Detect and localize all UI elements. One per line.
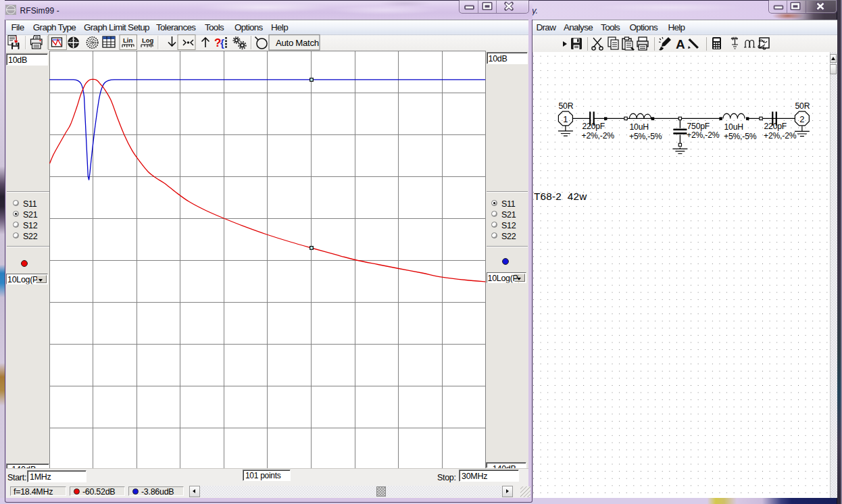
svg-text:+2%,-2%: +2%,-2% [764,131,797,141]
svg-text:10uH: 10uH [724,122,743,132]
svg-text:T68-2 42w: T68-2 42w [534,191,587,202]
svg-text:A: A [676,37,685,51]
svg-text:+2%,-2%: +2%,-2% [582,131,615,141]
svg-text:1: 1 [563,114,568,124]
svg-text:50R: 50R [559,101,574,111]
svg-text:220pF: 220pF [764,122,787,131]
svg-text:Log: Log [142,36,154,44]
svg-text:750pF: 750pF [687,122,710,131]
svg-text:+5%,-5%: +5%,-5% [724,132,757,141]
svg-text:+5%,-5%: +5%,-5% [629,132,662,141]
svg-text:2: 2 [799,114,804,124]
svg-text:Auto Match: Auto Match [276,38,319,48]
svg-text:+2%,-2%: +2%,-2% [687,130,720,140]
svg-text:Lin: Lin [123,36,132,44]
svg-text:220pF: 220pF [583,122,605,131]
svg-text:50R: 50R [795,101,810,111]
svg-text:{: { [220,37,224,49]
svg-text:10uH: 10uH [629,122,648,132]
